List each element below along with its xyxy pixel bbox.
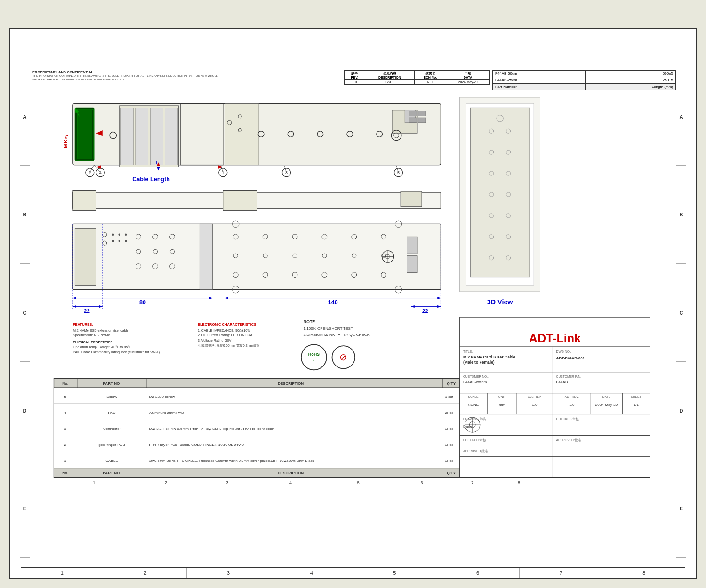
svg-text:NOTE: NOTE <box>303 319 315 324</box>
svg-point-129 <box>489 235 494 239</box>
svg-text:1Pcs: 1Pcs <box>445 459 453 463</box>
row-E-left: E <box>20 460 30 558</box>
svg-rect-1 <box>75 108 94 160</box>
svg-point-122 <box>506 150 511 154</box>
svg-point-70 <box>233 234 238 239</box>
svg-text:F44AB: F44AB <box>556 380 568 384</box>
svg-rect-200 <box>460 317 650 477</box>
pn-row3-pn: Part-Number <box>493 84 586 90</box>
svg-text:CHECKED/审核: CHECKED/审核 <box>556 417 579 421</box>
svg-rect-0 <box>73 103 441 165</box>
svg-text:UNIT: UNIT <box>498 395 506 398</box>
svg-rect-157 <box>54 378 459 477</box>
svg-point-62 <box>170 234 175 239</box>
svg-text:2: 2 <box>165 480 167 485</box>
svg-text:Specification: M.2 NVMe: Specification: M.2 NVMe <box>73 334 110 337</box>
svg-text:PART NO.: PART NO. <box>103 471 121 475</box>
svg-rect-28 <box>418 118 426 123</box>
svg-rect-115 <box>460 97 540 292</box>
ruler-bottom-col-6: 6 <box>436 568 520 578</box>
svg-text:Screw: Screw <box>106 395 117 399</box>
row-D-right: D <box>676 362 686 460</box>
svg-text:140: 140 <box>328 299 338 306</box>
svg-point-52 <box>103 232 107 237</box>
row-C-left: C <box>20 264 30 362</box>
svg-point-86 <box>352 272 357 278</box>
ruler-bottom-col-3: 3 <box>187 568 270 578</box>
svg-point-55 <box>118 234 120 236</box>
svg-rect-7 <box>120 108 133 165</box>
svg-point-18 <box>317 131 323 137</box>
svg-point-124 <box>506 171 511 175</box>
svg-point-54 <box>112 234 114 236</box>
svg-text:22: 22 <box>422 308 428 314</box>
pn-row1-len: 500±5 <box>585 71 675 77</box>
svg-text:3: 3 <box>226 480 228 485</box>
ruler-bottom-col-7: 7 <box>520 568 603 578</box>
svg-point-33 <box>219 168 227 177</box>
svg-text:2: 2 <box>64 443 66 447</box>
svg-text:Aluminum 2mm PAD: Aluminum 2mm PAD <box>149 411 185 415</box>
svg-text:ADT REV.: ADT REV. <box>565 395 579 398</box>
svg-rect-47 <box>73 191 96 211</box>
svg-text:6: 6 <box>420 480 423 485</box>
svg-rect-11 <box>181 103 223 165</box>
svg-rect-182 <box>54 452 459 468</box>
svg-rect-46 <box>73 192 441 208</box>
rev-th-rev: 版本REV. <box>345 71 365 80</box>
svg-text:22: 22 <box>84 308 90 314</box>
svg-text:M.2 NVMe Card Riser Cable: M.2 NVMe Card Riser Cable <box>463 355 515 359</box>
svg-point-14 <box>238 115 241 118</box>
svg-point-23 <box>391 130 401 141</box>
svg-text:DATE: DATE <box>602 395 611 398</box>
svg-text:2: 2 <box>88 170 91 175</box>
svg-rect-49 <box>401 191 422 206</box>
svg-rect-96 <box>407 237 417 254</box>
page: 1 2 3 4 5 6 7 8 A B C D E A B C D E <box>0 0 706 588</box>
svg-text:APPROVED/批准: APPROVED/批准 <box>556 438 581 442</box>
svg-point-87 <box>381 272 386 278</box>
svg-text:3: 3 <box>285 170 288 175</box>
row-labels-right: A B C D E <box>676 68 686 558</box>
svg-point-65 <box>170 249 174 254</box>
svg-rect-22 <box>405 110 415 123</box>
ruler-bottom: 1 2 3 4 5 6 7 8 <box>21 567 685 578</box>
pn-row2-pn: F44AB-25cm <box>493 77 586 84</box>
svg-point-68 <box>170 264 175 269</box>
svg-text:ADT-Link: ADT-Link <box>529 332 581 345</box>
svg-text:Connector: Connector <box>103 427 121 431</box>
svg-text:M.2 NVMe SSD extension riser c: M.2 NVMe SSD extension riser cable <box>73 329 128 333</box>
svg-text:18*0.5mm 35PIN FFC CABLE,Thick: 18*0.5mm 35PIN FFC CABLE,Thickness 0.05m… <box>149 459 314 463</box>
svg-text:TITLE:: TITLE: <box>463 350 473 353</box>
svg-point-130 <box>506 235 511 239</box>
svg-text:NONE: NONE <box>468 403 479 407</box>
svg-text:Q'TY: Q'TY <box>447 381 456 386</box>
pn-table: F44AB-50cm 500±5 F44AB-25cm 250±5 Part-N… <box>492 70 676 90</box>
svg-rect-9 <box>150 108 163 165</box>
svg-text:DWG NO.:: DWG NO.: <box>556 350 571 353</box>
rev-row1-rev: 1.0 <box>345 80 365 85</box>
svg-point-80 <box>352 254 356 258</box>
svg-point-20 <box>377 131 383 137</box>
svg-text:1Pcs: 1Pcs <box>445 427 453 431</box>
svg-text:PHYSICAL PROPERTIES:: PHYSICAL PROPERTIES: <box>73 341 114 344</box>
svg-rect-69 <box>200 224 212 289</box>
row-B-right: B <box>676 166 686 263</box>
svg-point-73 <box>322 234 327 239</box>
rev-table: 版本REV. 变更内容DESCRIPTION 变更书ECN No. 日期DATA… <box>344 70 490 85</box>
row-D-left: D <box>20 362 30 460</box>
svg-point-17 <box>288 131 294 137</box>
svg-text:mm: mm <box>499 403 505 407</box>
svg-marker-3 <box>96 130 102 136</box>
svg-text:3D View: 3D View <box>487 298 513 306</box>
svg-point-29 <box>86 168 94 177</box>
svg-point-59 <box>125 240 127 242</box>
ruler-bottom-col-1: 1 <box>21 568 104 578</box>
svg-rect-172 <box>54 420 459 436</box>
svg-text:CABLE: CABLE <box>105 459 118 463</box>
svg-text:✓: ✓ <box>313 358 315 362</box>
svg-text:CHECKED/审核: CHECKED/审核 <box>463 438 486 442</box>
svg-text:3: 3 <box>64 427 66 431</box>
svg-line-111 <box>94 165 100 173</box>
svg-text:7: 7 <box>471 480 473 485</box>
